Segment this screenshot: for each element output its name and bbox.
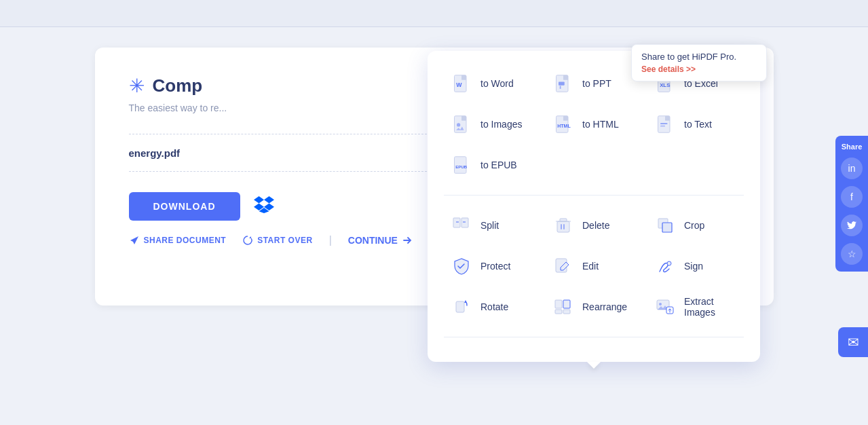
svg-rect-36: [563, 310, 570, 314]
menu-item-to-html-label: to HTML: [582, 119, 619, 130]
menu-item-to-html[interactable]: HTML to HTML: [546, 105, 642, 143]
epub-icon: EPUB: [449, 153, 474, 177]
divider: |: [329, 234, 332, 246]
menu-item-rearrange-label: Rearrange: [582, 301, 627, 312]
svg-rect-35: [555, 310, 562, 314]
extract-images-icon: [653, 295, 677, 319]
top-bar: [0, 0, 868, 27]
svg-rect-14: [563, 116, 568, 121]
card-logo-icon: ✳: [129, 75, 145, 97]
svg-rect-23: [461, 218, 468, 227]
menu-item-rearrange[interactable]: Rearrange: [546, 288, 642, 326]
menu-item-to-ppt-label: to PPT: [582, 78, 611, 89]
rotate-icon: [449, 295, 474, 319]
svg-rect-29: [662, 223, 672, 232]
menu-item-rotate-label: Rotate: [480, 301, 508, 312]
facebook-share-button[interactable]: f: [841, 186, 863, 208]
email-button[interactable]: ✉: [838, 327, 868, 357]
share-label: Share: [842, 143, 863, 151]
svg-text:XLS: XLS: [660, 82, 670, 88]
tooltip-link[interactable]: See details >>: [641, 64, 757, 74]
top-bar-tabs: [0, 0, 868, 26]
html-icon: HTML: [551, 112, 575, 136]
linkedin-share-button[interactable]: in: [841, 158, 863, 179]
svg-rect-6: [560, 86, 561, 89]
convert-section: W to Word to PPT: [444, 64, 744, 196]
svg-point-31: [667, 261, 671, 265]
menu-item-edit-label: Edit: [582, 261, 599, 272]
edit-icon: [551, 254, 575, 278]
menu-item-crop[interactable]: Crop: [647, 206, 744, 244]
svg-rect-1: [461, 75, 466, 80]
svg-text:HTML: HTML: [557, 124, 571, 128]
rearrange-icon: [551, 295, 575, 319]
tooltip-text: Share to get HiPDF Pro.: [641, 52, 757, 62]
svg-rect-32: [456, 301, 464, 312]
share-document-link[interactable]: SHARE DOCUMENT: [129, 235, 227, 246]
menu-item-to-epub[interactable]: EPUB to EPUB: [444, 146, 540, 184]
menu-item-to-images[interactable]: to Images: [444, 105, 540, 143]
crop-icon: [653, 213, 677, 238]
menu-item-edit[interactable]: Edit: [546, 247, 642, 285]
menu-item-to-ppt[interactable]: to PPT: [546, 64, 642, 103]
menu-item-to-text[interactable]: to Text: [647, 105, 744, 143]
page-title: Comp: [153, 75, 203, 96]
menu-item-to-text-label: to Text: [684, 119, 712, 130]
dropdown-arrow: [587, 362, 601, 369]
continue-button[interactable]: CONTINUE: [348, 235, 413, 246]
svg-text:EPUB: EPUB: [455, 164, 468, 169]
svg-rect-22: [453, 218, 460, 227]
menu-item-crop-label: Crop: [684, 220, 704, 231]
svg-rect-4: [563, 75, 568, 80]
ppt-icon: [551, 71, 575, 96]
svg-rect-19: [660, 126, 665, 127]
menu-item-split[interactable]: Split: [444, 206, 540, 244]
svg-point-12: [457, 123, 460, 126]
menu-item-sign-label: Sign: [684, 261, 703, 272]
svg-rect-25: [560, 219, 567, 221]
menu-item-to-word[interactable]: W to Word: [444, 64, 540, 103]
text-icon: [653, 112, 677, 136]
svg-text:W: W: [456, 81, 462, 88]
images-icon: [449, 112, 474, 136]
sign-icon: [653, 254, 677, 278]
menu-item-to-word-label: to Word: [480, 78, 514, 89]
svg-rect-11: [461, 116, 466, 121]
word-icon: W: [449, 71, 474, 96]
svg-rect-33: [555, 300, 562, 308]
delete-icon: [551, 213, 575, 238]
tools-section: Split Delete: [444, 206, 744, 337]
menu-item-extract-images-label: Extract Images: [684, 296, 738, 318]
menu-item-to-images-label: to Images: [480, 119, 522, 130]
start-over-link[interactable]: START OVER: [242, 235, 312, 246]
menu-item-split-label: Split: [480, 220, 499, 231]
svg-point-38: [659, 303, 662, 306]
svg-rect-27: [563, 224, 565, 229]
menu-item-extract-images[interactable]: Extract Images: [647, 288, 744, 326]
share-sidebar: Share in f ☆: [835, 136, 868, 272]
dropdown-menu: Share to get HiPDF Pro. See details >> W…: [428, 51, 760, 362]
menu-item-rotate[interactable]: Rotate: [444, 288, 540, 326]
pro-tooltip: Share to get HiPDF Pro. See details >>: [631, 44, 767, 81]
svg-rect-34: [563, 300, 570, 308]
menu-item-delete[interactable]: Delete: [546, 206, 642, 244]
main-content: ✳ Comp The easiest way to re... energy.p…: [0, 27, 868, 425]
svg-rect-5: [559, 81, 565, 85]
menu-item-protect-label: Protect: [480, 261, 510, 272]
twitter-share-button[interactable]: [841, 215, 863, 236]
menu-item-protect[interactable]: Protect: [444, 247, 540, 285]
split-icon: [449, 213, 474, 238]
protect-icon: [449, 254, 474, 278]
menu-item-sign[interactable]: Sign: [647, 247, 744, 285]
bookmark-share-button[interactable]: ☆: [841, 243, 863, 265]
menu-item-delete-label: Delete: [582, 220, 609, 231]
svg-rect-26: [561, 224, 562, 229]
download-button[interactable]: DOWNLOAD: [129, 192, 240, 221]
menu-item-to-epub-label: to EPUB: [480, 160, 517, 170]
svg-rect-17: [665, 116, 670, 121]
svg-rect-18: [660, 123, 668, 124]
dropbox-icon[interactable]: [254, 196, 274, 218]
